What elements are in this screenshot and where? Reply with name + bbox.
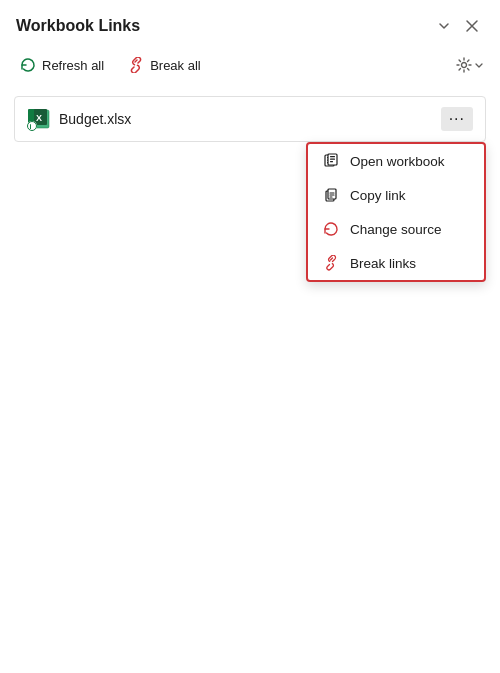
menu-item-open-workbook[interactable]: Open workbook [308,144,484,178]
copy-link-icon [322,186,340,204]
more-options-button[interactable]: ··· [441,107,473,131]
svg-point-1 [462,63,467,68]
svg-text:i: i [30,123,32,130]
panel-title: Workbook Links [16,17,140,35]
refresh-all-button[interactable]: Refresh all [12,52,112,78]
menu-item-open-workbook-label: Open workbook [350,154,445,169]
menu-item-break-links-label: Break links [350,256,416,271]
svg-line-27 [331,258,333,260]
change-source-icon [322,220,340,238]
toolbar: Refresh all Break all [0,48,500,86]
refresh-icon [20,57,36,73]
file-item-left: X X i Budget.xlsx [27,107,131,131]
menu-item-change-source[interactable]: Change source [308,212,484,246]
menu-item-break-links[interactable]: Break links [308,246,484,280]
svg-rect-21 [330,161,333,162]
svg-rect-20 [330,159,335,160]
panel-header: Workbook Links [0,0,500,48]
break-all-label: Break all [150,58,201,73]
excel-icon: X X i [27,107,51,131]
workbook-links-panel: Workbook Links Refresh all [0,0,500,673]
menu-item-change-source-label: Change source [350,222,442,237]
close-icon [464,18,480,34]
svg-text:X: X [36,113,42,123]
break-icon [128,57,144,73]
break-all-button[interactable]: Break all [120,52,209,78]
open-workbook-icon [322,152,340,170]
gear-icon [456,57,472,73]
file-name: Budget.xlsx [59,111,131,127]
context-menu: Open workbook Copy link [306,142,486,282]
svg-rect-19 [330,156,335,157]
file-item: X X i Budget.xlsx ··· [14,96,486,142]
chevron-down-icon [436,18,452,34]
chevron-small-down-icon [474,60,484,70]
more-options-label: ··· [449,110,465,127]
header-controls [432,14,484,38]
collapse-button[interactable] [432,14,456,38]
menu-item-copy-link-label: Copy link [350,188,406,203]
refresh-all-label: Refresh all [42,58,104,73]
content-area: X X i Budget.xlsx ··· [0,86,500,673]
close-button[interactable] [460,14,484,38]
svg-line-0 [135,60,137,62]
break-links-icon [322,254,340,272]
settings-button[interactable] [452,53,488,77]
menu-item-copy-link[interactable]: Copy link [308,178,484,212]
